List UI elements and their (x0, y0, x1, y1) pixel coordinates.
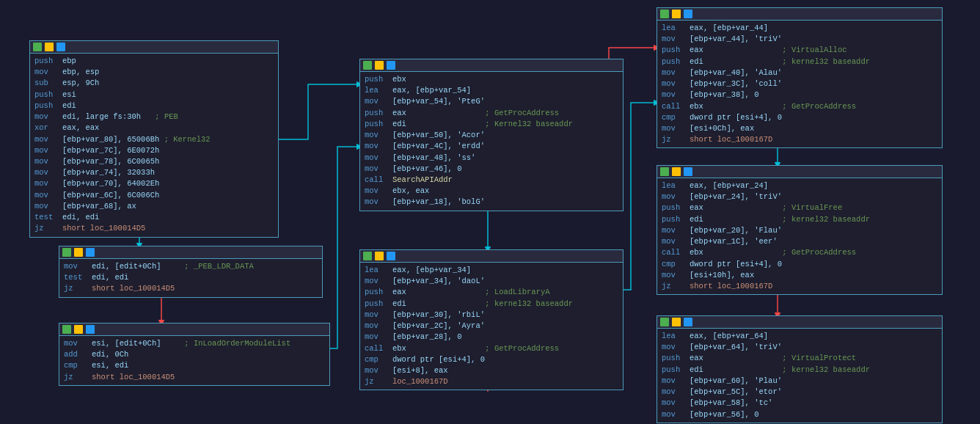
block7-header (657, 166, 942, 178)
icon-green-7 (660, 167, 669, 176)
icon-yellow-7 (672, 167, 681, 176)
icon-green-1 (33, 43, 42, 51)
block8-header (657, 316, 942, 329)
icon-yellow-4 (375, 61, 384, 70)
flowgraph-canvas: pushebp movebp, esp subesp, 9Ch pushesi … (0, 0, 980, 424)
block-peb-ldr[interactable]: movedi, [edit+0Ch] ; _PEB_LDR_DATA teste… (59, 246, 323, 298)
icon-blue-2 (86, 248, 95, 257)
icon-green-3 (62, 325, 71, 334)
icon-blue-4 (387, 61, 395, 70)
block4-header (360, 59, 623, 72)
block6-header (657, 8, 942, 21)
block3-header (59, 324, 329, 336)
icon-blue-3 (86, 325, 95, 334)
block-main-entry[interactable]: pushebp movebp, esp subesp, 9Ch pushesi … (29, 40, 279, 238)
icon-green-4 (363, 61, 372, 70)
icon-green-6 (660, 10, 669, 18)
block-virtualfree[interactable]: leaeax, [ebp+var_24] mov[ebp+var_24], 't… (657, 165, 943, 295)
icon-blue-7 (684, 167, 692, 176)
icon-green-5 (363, 252, 372, 260)
block8-body: leaeax, [ebp+var_64] mov[ebp+var_64], 't… (657, 329, 942, 423)
block3-body: movesi, [edit+0Ch] ; InLoadOrderModuleLi… (59, 336, 329, 385)
icon-yellow-8 (672, 318, 681, 326)
block7-body: leaeax, [ebp+var_24] mov[ebp+var_24], 't… (657, 178, 942, 294)
icon-yellow-6 (672, 10, 681, 18)
icon-yellow-3 (74, 325, 83, 334)
icon-green-2 (62, 248, 71, 257)
block4-body: pushebx leaeax, [ebp+var_54] mov[ebp+var… (360, 72, 623, 211)
block1-body: pushebp movebp, esp subesp, 9Ch pushesi … (30, 54, 278, 237)
icon-blue-1 (56, 43, 65, 51)
icon-blue-6 (684, 10, 692, 18)
icon-yellow-2 (74, 248, 83, 257)
block6-body: leaeax, [ebp+var_44] mov[ebp+var_44], 't… (657, 21, 942, 147)
block-inloadorder[interactable]: movesi, [edit+0Ch] ; InLoadOrderModuleLi… (59, 323, 330, 386)
block-loadlibrary[interactable]: leaeax, [ebp+var_34] mov[ebp+var_34], 'd… (359, 249, 624, 390)
icon-yellow-5 (375, 252, 384, 260)
block1-header (30, 41, 278, 54)
icon-yellow-1 (45, 43, 54, 51)
icon-blue-8 (684, 318, 692, 326)
block-virtualalloc[interactable]: leaeax, [ebp+var_44] mov[ebp+var_44], 't… (657, 7, 943, 148)
block-search-api[interactable]: pushebx leaeax, [ebp+var_54] mov[ebp+var… (359, 59, 624, 211)
block-virtualprotect[interactable]: leaeax, [ebp+var_64] mov[ebp+var_64], 't… (657, 315, 943, 423)
block2-body: movedi, [edit+0Ch] ; _PEB_LDR_DATA teste… (59, 259, 322, 297)
block5-body: leaeax, [ebp+var_34] mov[ebp+var_34], 'd… (360, 263, 623, 390)
icon-blue-5 (387, 252, 395, 260)
block2-header (59, 246, 322, 259)
icon-green-8 (660, 318, 669, 326)
block5-header (360, 250, 623, 263)
